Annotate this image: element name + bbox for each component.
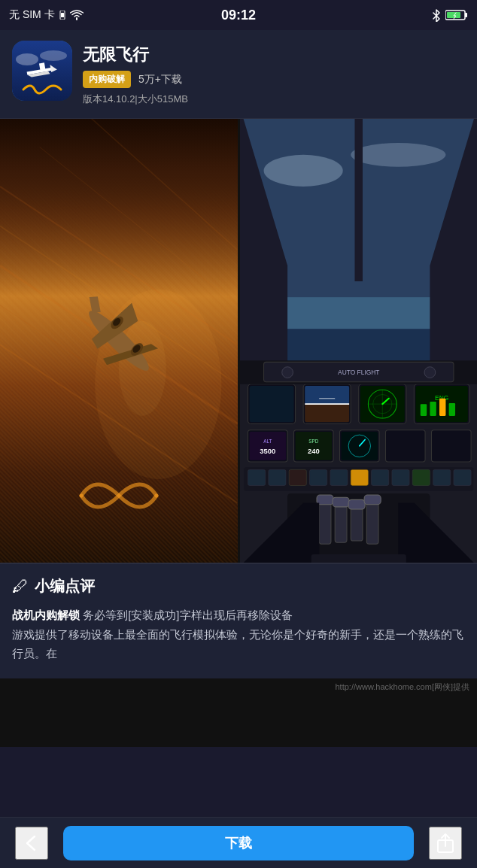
svg-rect-56: [431, 430, 471, 462]
download-button[interactable]: 下载: [63, 826, 414, 860]
share-button[interactable]: [429, 827, 462, 860]
svg-rect-73: [391, 469, 409, 485]
svg-rect-67: [268, 469, 285, 485]
svg-rect-49: [430, 402, 436, 416]
svg-line-15: [79, 119, 237, 250]
sim-icon: [59, 11, 65, 20]
svg-rect-3: [465, 13, 467, 17]
infinity-decoration: [70, 469, 168, 525]
wifi-icon: [70, 10, 84, 20]
download-count: 5万+下载: [138, 73, 182, 86]
svg-rect-70: [330, 469, 347, 485]
svg-rect-75: [433, 469, 450, 485]
svg-rect-76: [453, 469, 470, 485]
review-bold-text: 战机内购解锁: [12, 609, 80, 621]
watermark-text: http://www.hackhome.com[网侠]提供: [336, 682, 470, 691]
svg-rect-68: [289, 469, 306, 485]
svg-rect-84: [348, 499, 365, 509]
svg-rect-38: [305, 404, 349, 422]
cockpit-svg: ENG ALT 3500 SPD 240: [240, 119, 478, 563]
svg-rect-95: [311, 554, 406, 563]
svg-rect-85: [364, 495, 381, 505]
svg-point-27: [263, 155, 342, 187]
app-tags: 内购破解 5万+下载: [83, 71, 188, 88]
svg-rect-51: [448, 403, 454, 416]
svg-rect-82: [317, 495, 333, 505]
svg-rect-71: [351, 469, 368, 485]
svg-text:240: 240: [307, 447, 319, 455]
edit-icon: 🖊: [12, 577, 29, 596]
screenshot-right[interactable]: ENG ALT 3500 SPD 240: [240, 119, 478, 563]
review-title-text: 小编点评: [35, 576, 95, 596]
svg-rect-72: [371, 469, 388, 485]
iap-badge: 内购破解: [83, 71, 131, 88]
back-arrow-icon: [21, 833, 42, 854]
svg-rect-48: [420, 404, 426, 416]
svg-rect-74: [412, 469, 430, 485]
svg-text:AUTO FLIGHT: AUTO FLIGHT: [338, 369, 379, 376]
svg-rect-55: [385, 430, 425, 462]
review-line1-rest: 务必等到[安装成功]字样出现后再移除设备: [80, 609, 293, 621]
footer-watermark: http://www.hackhome.com[网侠]提供: [0, 678, 477, 747]
svg-point-7: [40, 50, 67, 61]
svg-rect-4: [447, 12, 460, 18]
app-info: 无限飞行 内购破解 5万+下载 版本14.10.2|大小515MB: [83, 41, 188, 106]
status-time: 09:12: [221, 8, 256, 23]
download-label: 下载: [225, 834, 252, 852]
battery-icon: [445, 9, 468, 21]
svg-rect-37: [305, 386, 349, 404]
screenshots-section[interactable]: ENG ALT 3500 SPD 240: [0, 119, 477, 563]
svg-point-6: [16, 53, 38, 65]
svg-rect-1: [61, 13, 64, 17]
app-icon[interactable]: [12, 41, 72, 101]
review-body: 战机内购解锁 务必等到[安装成功]字样出现后再移除设备 游戏提供了移动设备上最全…: [12, 605, 465, 663]
app-header: 无限飞行 内购破解 5万+下载 版本14.10.2|大小515MB: [0, 30, 477, 119]
svg-point-93: [281, 367, 293, 378]
svg-text:ALT: ALT: [263, 439, 272, 444]
share-icon: [435, 833, 456, 854]
review-title: 🖊 小编点评: [12, 576, 465, 596]
svg-rect-69: [309, 469, 327, 485]
svg-text:SPD: SPD: [308, 439, 318, 444]
bottom-bar: 下载: [0, 817, 477, 868]
svg-rect-66: [248, 469, 265, 485]
status-right: [432, 8, 468, 22]
app-icon-svg: [12, 41, 72, 101]
app-header-top: 无限飞行 内购破解 5万+下载 版本14.10.2|大小515MB: [12, 41, 465, 106]
svg-rect-57: [249, 432, 285, 460]
svg-point-94: [424, 367, 436, 378]
svg-rect-35: [249, 386, 293, 422]
status-left: 无 SIM 卡: [9, 8, 84, 22]
review-section: 🖊 小编点评 战机内购解锁 务必等到[安装成功]字样出现后再移除设备 游戏提供了…: [0, 563, 477, 678]
bluetooth-icon: [432, 8, 441, 22]
svg-rect-50: [439, 399, 445, 416]
screenshot-left[interactable]: [0, 119, 238, 563]
svg-text:3500: 3500: [260, 447, 275, 455]
svg-point-28: [351, 143, 445, 167]
back-button[interactable]: [15, 827, 48, 860]
app-meta: 版本14.10.2|大小515MB: [83, 93, 188, 106]
svg-rect-83: [333, 497, 349, 507]
svg-rect-60: [295, 432, 331, 460]
status-bar: 无 SIM 卡 09:12: [0, 0, 477, 30]
carrier-text: 无 SIM 卡: [9, 8, 55, 22]
review-line2: 游戏提供了移动设备上最全面的飞行模拟体验，无论你是个好奇的新手，还是一个熟练的飞…: [12, 628, 463, 660]
app-title: 无限飞行: [83, 44, 188, 66]
